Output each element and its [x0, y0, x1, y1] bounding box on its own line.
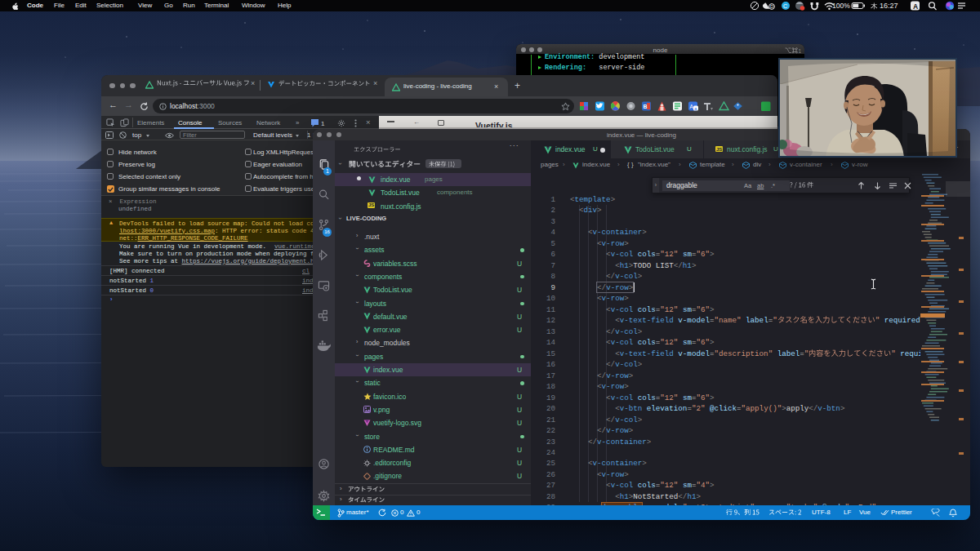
svg-text:C: C [783, 3, 787, 9]
svg-text:B: B [644, 104, 648, 109]
svg-text:100%: 100% [832, 2, 850, 10]
svg-text:16:27: 16:27 [880, 2, 898, 10]
svg-text:A: A [690, 104, 694, 109]
svg-text:D: D [770, 4, 774, 9]
svg-text:1: 1 [799, 48, 802, 54]
svg-text:1: 1 [321, 120, 325, 127]
svg-text:A: A [913, 2, 918, 11]
